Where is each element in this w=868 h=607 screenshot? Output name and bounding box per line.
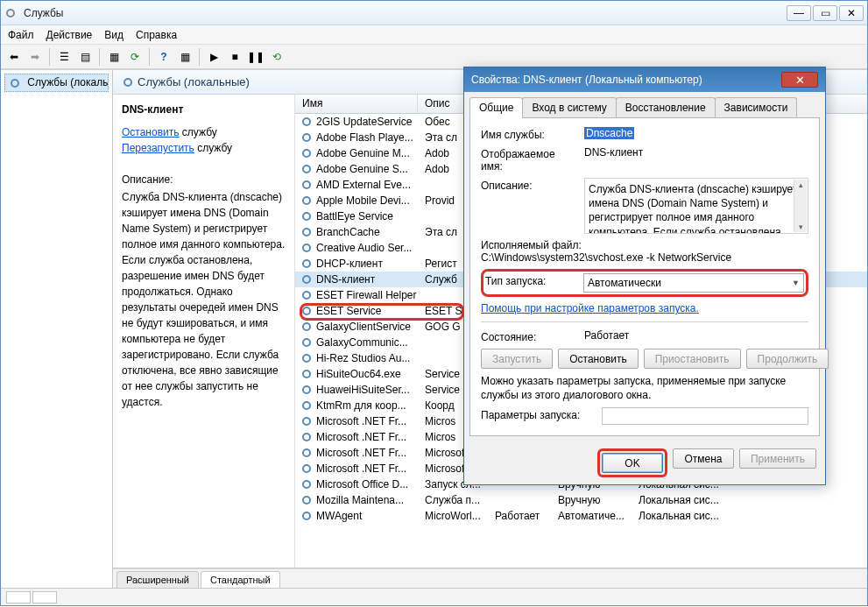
start-button[interactable]: Запустить xyxy=(481,349,553,369)
help-button[interactable]: ? xyxy=(154,47,173,67)
tab-standard[interactable]: Стандартный xyxy=(201,571,280,588)
statusbar xyxy=(1,588,867,605)
bottom-tabs: Расширенный Стандартный xyxy=(113,568,867,588)
pause-button[interactable]: Приостановить xyxy=(644,349,741,369)
detail-desc-label: Описание: xyxy=(122,172,286,187)
resume-button[interactable]: Продолжить xyxy=(746,349,829,369)
gear-icon xyxy=(300,273,313,286)
properties-button[interactable]: ▤ xyxy=(75,47,95,67)
tab-dependencies[interactable]: Зависимости xyxy=(715,97,798,117)
back-button[interactable]: ⬅ xyxy=(4,47,24,67)
gear-icon xyxy=(300,415,313,427)
dialog-title: Свойства: DNS-клиент (Локальный компьюте… xyxy=(471,74,781,86)
table-row[interactable]: Mozilla Maintena...Служба п...ВручнуюЛок… xyxy=(295,492,867,508)
label-display-name: Отображаемое имя: xyxy=(481,146,577,173)
gear-icon xyxy=(300,447,313,459)
menu-view[interactable]: Вид xyxy=(104,29,123,41)
dialog-close-button[interactable]: ✕ xyxy=(781,72,818,88)
description-textarea[interactable]: Служба DNS-клиента (dnscache) кэширует и… xyxy=(584,178,808,234)
stop-service-button[interactable]: ■ xyxy=(225,47,244,67)
chevron-down-icon: ▼ xyxy=(792,279,800,287)
export-button[interactable]: ▦ xyxy=(104,47,123,67)
restart-service-button[interactable]: ⟲ xyxy=(267,47,286,67)
menu-action[interactable]: Действие xyxy=(46,29,93,41)
gear-icon xyxy=(300,321,313,333)
gear-icon xyxy=(300,384,313,396)
startup-type-select[interactable]: Автоматически ▼ xyxy=(583,273,804,293)
tab-logon[interactable]: Вход в систему xyxy=(522,97,616,117)
options-button[interactable]: ▦ xyxy=(175,47,194,67)
stop-button[interactable]: Остановить xyxy=(558,349,639,369)
label-description: Описание: xyxy=(481,178,577,192)
show-hide-button[interactable]: ☰ xyxy=(54,47,74,67)
detail-title: DNS-клиент xyxy=(122,102,286,117)
tree-pane: Службы (локалы xyxy=(1,70,113,588)
ok-button[interactable]: OK xyxy=(602,453,663,473)
scrollbar[interactable] xyxy=(794,180,807,232)
gear-icon xyxy=(300,289,313,301)
start-params-input[interactable] xyxy=(602,407,808,425)
start-service-button[interactable]: ▶ xyxy=(204,47,223,67)
app-icon xyxy=(4,7,17,19)
gear-icon xyxy=(300,336,313,349)
menu-help[interactable]: Справка xyxy=(136,29,177,41)
menu-file[interactable]: Файл xyxy=(8,29,34,41)
gear-icon xyxy=(300,242,313,254)
gear-icon xyxy=(300,305,313,317)
ok-highlight: OK xyxy=(597,448,667,477)
gear-icon xyxy=(300,194,313,207)
gear-icon xyxy=(300,226,313,238)
maximize-button[interactable]: ▭ xyxy=(813,5,837,21)
value-executable: C:\Windows\system32\svchost.exe -k Netwo… xyxy=(481,251,808,264)
gear-icon xyxy=(300,147,313,159)
forward-button[interactable]: ➡ xyxy=(25,47,45,67)
gear-icon xyxy=(300,399,313,412)
table-row[interactable]: MWAgentMicroWorl...РаботаетАвтоматиче...… xyxy=(295,508,867,524)
tab-extended[interactable]: Расширенный xyxy=(116,571,199,588)
restart-link[interactable]: Перезапустить xyxy=(122,142,194,154)
dialog-buttons: OK Отмена Применить xyxy=(464,441,825,484)
properties-dialog: Свойства: DNS-клиент (Локальный компьюте… xyxy=(463,67,826,485)
cancel-button[interactable]: Отмена xyxy=(673,448,734,469)
window-title: Службы xyxy=(24,7,785,19)
dialog-titlebar: Свойства: DNS-клиент (Локальный компьюте… xyxy=(464,67,825,92)
gear-icon xyxy=(300,131,313,144)
refresh-button[interactable]: ⟳ xyxy=(125,47,145,67)
dialog-body: Имя службы: Dnscache Отображаемое имя: D… xyxy=(469,117,820,436)
gear-icon xyxy=(122,76,134,88)
detail-desc: Служба DNS-клиента (dnscache) кэширует и… xyxy=(122,189,286,410)
stop-link[interactable]: Остановить xyxy=(122,126,180,138)
gear-icon xyxy=(300,116,313,128)
status-pane xyxy=(6,591,31,603)
status-pane xyxy=(32,591,57,603)
tree-root[interactable]: Службы (локалы xyxy=(4,74,109,92)
gear-icon xyxy=(300,352,313,364)
detail-panel: DNS-клиент Остановить службу Перезапусти… xyxy=(113,95,295,568)
tab-recovery[interactable]: Восстановление xyxy=(616,97,716,117)
value-service-name: Dnscache xyxy=(584,127,634,139)
menubar: Файл Действие Вид Справка xyxy=(1,25,867,45)
minimize-button[interactable]: — xyxy=(787,5,811,21)
gear-icon xyxy=(300,494,313,506)
close-button[interactable]: ✕ xyxy=(839,5,864,21)
service-control-buttons: Запустить Остановить Приостановить Продо… xyxy=(481,349,808,369)
startup-help-link[interactable]: Помощь при настройке параметров запуска. xyxy=(481,302,699,314)
gear-icon xyxy=(300,478,313,491)
gear-icon xyxy=(300,210,313,222)
startup-params-note: Можно указать параметры запуска, применя… xyxy=(481,374,808,402)
gear-icon xyxy=(300,462,313,475)
startup-type-highlight: Тип запуска: Автоматически ▼ xyxy=(481,269,808,297)
label-service-name: Имя службы: xyxy=(481,127,577,141)
label-state: Состояние: xyxy=(481,329,577,343)
dialog-tabs: Общие Вход в систему Восстановление Зави… xyxy=(464,92,825,117)
col-name[interactable]: Имя xyxy=(295,95,418,113)
pause-service-button[interactable]: ❚❚ xyxy=(246,47,265,67)
gear-icon xyxy=(300,258,313,270)
tab-general[interactable]: Общие xyxy=(469,97,523,117)
toolbar: ⬅ ➡ ☰ ▤ ▦ ⟳ ? ▦ ▶ ■ ❚❚ ⟲ xyxy=(1,45,867,69)
titlebar: Службы — ▭ ✕ xyxy=(1,1,867,25)
gear-icon xyxy=(300,179,313,191)
value-state: Работает xyxy=(584,329,808,342)
gear-icon xyxy=(300,163,313,175)
apply-button[interactable]: Применить xyxy=(739,448,816,469)
